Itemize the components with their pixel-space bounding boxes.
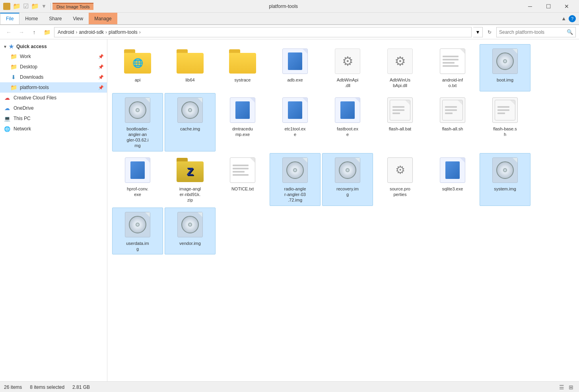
file-flashallsh-label: flash-all.sh xyxy=(442,126,463,132)
sidebar: ▼ ★ Quick access 📁 Work 📌 📁 Desktop 📌 ⬇ … xyxy=(0,39,107,381)
sidebar-item-this-pc[interactable]: 💻 This PC xyxy=(0,113,107,124)
sh-flashall-icon xyxy=(438,96,467,124)
forward-button[interactable]: → xyxy=(16,27,27,38)
tab-manage[interactable]: Manage xyxy=(89,13,117,24)
up-button[interactable]: ↑ xyxy=(29,27,40,38)
ribbon-collapse-icon[interactable]: ▲ xyxy=(561,16,566,21)
list-item[interactable]: recovery.img xyxy=(322,153,373,206)
tab-view[interactable]: View xyxy=(67,13,89,24)
quick-access-expand-icon: ▼ xyxy=(3,45,7,49)
folder-icon-addr: 📁 xyxy=(41,27,52,38)
sidebar-item-downloads[interactable]: ⬇ Downloads 📌 xyxy=(0,72,107,82)
title-bar-icons: 📁 ☑ 📁 ▼ xyxy=(3,2,52,10)
close-button[interactable]: ✕ xyxy=(558,0,576,13)
address-path[interactable]: Android › android-sdk › platform-tools › xyxy=(54,27,472,37)
minimize-button[interactable]: ─ xyxy=(521,0,539,13)
view-toggle-icons: ☰ ⊞ xyxy=(558,383,575,391)
help-icon[interactable]: ? xyxy=(569,15,576,22)
img-bootloader-icon xyxy=(123,96,152,124)
sidebar-item-network[interactable]: 🌐 Network xyxy=(0,124,107,134)
window-controls: ─ ☐ ✕ xyxy=(521,0,576,13)
sidebar-item-platform-tools[interactable]: 📁 platform-tools 📌 xyxy=(0,82,107,93)
platform-tools-pin-icon: 📌 xyxy=(98,85,104,90)
sidebar-item-desktop[interactable]: 📁 Desktop 📌 xyxy=(0,62,107,72)
file-hprof-label: hprof-conv.exe xyxy=(127,186,148,198)
list-item[interactable]: boot.img xyxy=(480,44,530,91)
sidebar-downloads-label: Downloads xyxy=(20,74,97,80)
file-etc1tool-label: etc1tool.exe xyxy=(284,126,305,138)
list-item[interactable]: userdata.img xyxy=(112,208,163,255)
title-bar: 📁 ☑ 📁 ▼ Disc Image Tools platform-tools … xyxy=(0,0,579,13)
search-box: 🔍 xyxy=(496,27,576,37)
list-item[interactable]: bootloader-angler-angler-03.62.img xyxy=(112,93,163,151)
selected-size: 2.81 GB xyxy=(72,384,90,390)
sidebar-item-work[interactable]: 📁 Work 📌 xyxy=(0,51,107,62)
onedrive-icon: ☁ xyxy=(3,104,11,112)
sidebar-work-label: Work xyxy=(20,54,97,59)
list-item[interactable]: NOTICE.txt xyxy=(217,153,268,206)
sidebar-creative-cloud-label: Creative Cloud Files xyxy=(14,95,104,101)
file-api-label: api xyxy=(135,77,141,83)
folder-lib64-icon xyxy=(176,47,204,76)
list-item[interactable]: system.img xyxy=(480,153,530,206)
img-boot-icon xyxy=(491,47,519,76)
tab-share[interactable]: Share xyxy=(43,13,67,24)
exe-dmtrace-icon xyxy=(228,96,257,124)
sidebar-item-onedrive[interactable]: ☁ OneDrive xyxy=(0,103,107,113)
maximize-button[interactable]: ☐ xyxy=(539,0,558,13)
img-userdata-icon xyxy=(123,210,152,239)
window-title: platform-tools xyxy=(46,4,521,9)
tab-file[interactable]: File xyxy=(0,13,19,24)
folder-api-icon: 🌐 xyxy=(123,47,152,76)
list-item[interactable]: etc1tool.exe xyxy=(270,93,321,151)
quick-access-section[interactable]: ▼ ★ Quick access xyxy=(0,42,107,51)
list-item[interactable]: dmtracedump.exe xyxy=(217,93,268,151)
ribbon: File Home Share View Manage ▲ ? xyxy=(0,13,579,25)
dll-adbwinapi-icon: ⚙ xyxy=(333,47,362,76)
sidebar-desktop-label: Desktop xyxy=(20,64,97,70)
list-item[interactable]: systrace xyxy=(217,44,268,91)
path-sep2: › xyxy=(105,29,107,35)
tab-home[interactable]: Home xyxy=(19,13,43,24)
sh-flashbase-icon xyxy=(491,96,519,124)
exe-fastboot-icon xyxy=(333,96,362,124)
back-button[interactable]: ← xyxy=(3,27,14,38)
list-view-button[interactable]: ☰ xyxy=(558,383,565,391)
search-input[interactable] xyxy=(499,29,565,35)
desktop-folder-icon: 📁 xyxy=(10,63,17,71)
list-item[interactable]: hprof-conv.exe xyxy=(112,153,163,206)
properties-source-icon: ⚙ xyxy=(386,156,414,184)
list-item[interactable]: ⚙ AdbWinApi.dll xyxy=(322,44,373,91)
list-item[interactable]: lib64 xyxy=(165,44,216,91)
list-item[interactable]: Z image-angler-nbd91k.zip xyxy=(165,153,216,206)
list-item[interactable]: vendor.img xyxy=(165,208,216,255)
list-item[interactable]: android-info.txt xyxy=(427,44,478,91)
list-item[interactable]: cache.img xyxy=(165,93,216,151)
sidebar-network-label: Network xyxy=(14,126,104,132)
txt-notice-icon xyxy=(228,156,257,184)
address-dropdown-button[interactable]: ▼ xyxy=(473,27,483,37)
list-item[interactable]: 🌐 api xyxy=(112,44,163,91)
img-vendor-icon xyxy=(176,210,204,239)
grid-view-button[interactable]: ⊞ xyxy=(567,383,575,391)
list-item[interactable]: ⚙ source.properties xyxy=(375,153,426,206)
list-item[interactable]: fastboot.exe xyxy=(322,93,373,151)
list-item[interactable]: radio-angler-angler-03.72.img xyxy=(270,153,321,206)
file-notice-label: NOTICE.txt xyxy=(231,186,254,192)
list-item[interactable]: ⚙ AdbWinUsbApi.dll xyxy=(375,44,426,91)
list-item[interactable]: flash-base.sh xyxy=(480,93,530,151)
refresh-button[interactable]: ↻ xyxy=(484,27,495,37)
file-dmtrace-label: dmtracedump.exe xyxy=(232,126,253,138)
list-item[interactable]: sqlite3.exe xyxy=(427,153,478,206)
bat-flashall-icon xyxy=(386,96,414,124)
folder-systrace-icon xyxy=(228,47,257,76)
path-android-sdk: android-sdk xyxy=(79,29,104,35)
sidebar-item-creative-cloud[interactable]: ☁ Creative Cloud Files xyxy=(0,93,107,103)
work-folder-icon: 📁 xyxy=(10,52,17,60)
list-item[interactable]: flash-all.bat xyxy=(375,93,426,151)
list-item[interactable]: flash-all.sh xyxy=(427,93,478,151)
file-flashallbat-label: flash-all.bat xyxy=(389,126,411,132)
list-item[interactable]: adb.exe xyxy=(270,44,321,91)
path-platform-tools: platform-tools xyxy=(109,29,138,35)
address-bar: ← → ↑ 📁 Android › android-sdk › platform… xyxy=(0,25,579,39)
